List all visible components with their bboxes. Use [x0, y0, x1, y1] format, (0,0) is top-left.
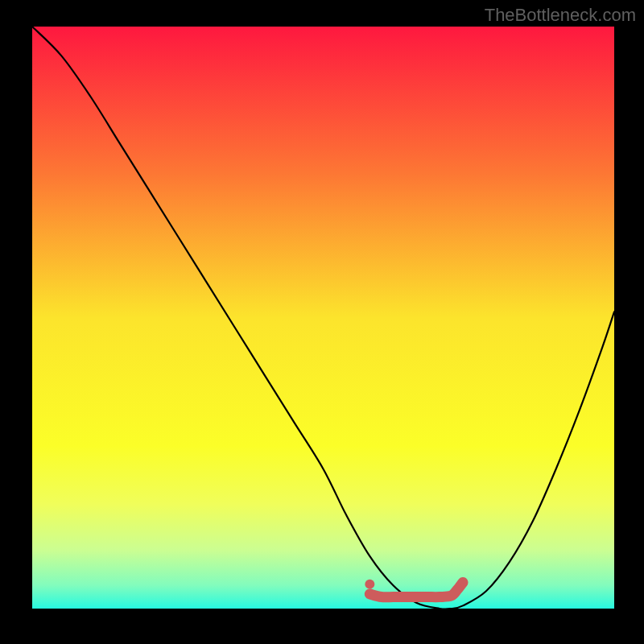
chart-svg: [0, 0, 644, 644]
watermark-label: TheBottleneck.com: [485, 5, 636, 26]
optimal-start-dot: [365, 580, 374, 589]
plot-background: [32, 27, 614, 609]
chart-frame: TheBottleneck.com: [0, 0, 644, 644]
